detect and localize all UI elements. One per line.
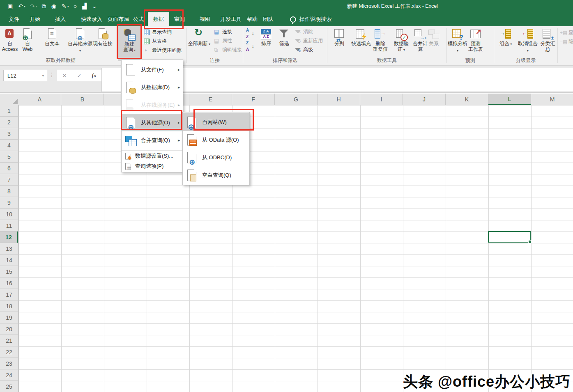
ribbon-button[interactable]: 组合: [494, 28, 518, 47]
qat-button[interactable]: ↷ ▾: [30, 3, 37, 9]
menu-item[interactable]: 合并查询(Q) ▸: [122, 131, 183, 149]
tab-data[interactable]: 数据: [148, 12, 169, 26]
column-header[interactable]: H: [318, 94, 360, 105]
column-header[interactable]: F: [232, 94, 275, 105]
menu-item[interactable]: 从文件(F) ▸: [122, 61, 183, 78]
qat-button[interactable]: ▟: [82, 3, 87, 9]
row-header[interactable]: 10: [0, 209, 18, 220]
column-header[interactable]: A: [18, 94, 61, 105]
ribbon-button[interactable]: 关系: [428, 28, 440, 46]
column-header[interactable]: K: [446, 94, 488, 105]
tab-developer[interactable]: 开发工具: [220, 12, 242, 26]
row-header[interactable]: 7: [0, 174, 18, 186]
qat-button[interactable]: ▣: [7, 3, 14, 9]
name-box[interactable]: L12 ▾: [3, 70, 47, 81]
column-header[interactable]: I: [360, 94, 403, 105]
ribbon-small-button[interactable]: 显示明细数据: [559, 28, 573, 37]
ribbon-button[interactable]: 数据验 证: [390, 28, 413, 53]
column-header[interactable]: L: [488, 94, 531, 105]
ribbon-small-button[interactable]: 最近使用的源: [142, 46, 183, 55]
qat-button[interactable]: ✎ ▾: [62, 3, 69, 9]
row-header[interactable]: 8: [0, 186, 18, 197]
ribbon-button[interactable]: 快速填充: [351, 28, 371, 46]
submenu-item[interactable]: 空白查询(Q): [183, 166, 249, 184]
row-header[interactable]: 19: [0, 312, 18, 323]
tab-team[interactable]: 团队: [263, 12, 274, 26]
row-header[interactable]: 17: [0, 289, 18, 300]
menu-item[interactable]: 从其他源(O) ▸: [122, 114, 183, 131]
row-header[interactable]: 11: [0, 220, 18, 232]
qat-button[interactable]: ⌄: [92, 3, 98, 9]
ribbon-small-button[interactable]: 从表格: [142, 37, 183, 46]
menu-item[interactable]: 从数据库(D) ▸: [122, 78, 183, 96]
ribbon-button[interactable]: 模拟分析: [447, 28, 468, 54]
ribbon-small-button[interactable]: 高级: [293, 46, 324, 54]
tab-quick-entry[interactable]: 快速录入: [76, 12, 108, 26]
ribbon-button[interactable]: 合并计算: [413, 28, 428, 52]
qat-button[interactable]: ○: [74, 3, 78, 9]
ribbon-button[interactable]: 排序: [257, 28, 275, 46]
tab-page-layout[interactable]: 页面布局: [108, 12, 129, 26]
tab-insert[interactable]: 插入: [45, 12, 76, 26]
qat-button[interactable]: ◉: [51, 3, 57, 9]
row-header[interactable]: 16: [0, 277, 18, 289]
row-header[interactable]: 5: [0, 151, 18, 163]
tab-help[interactable]: 帮助: [242, 12, 263, 26]
ribbon-button[interactable]: 现有连接: [93, 28, 113, 46]
row-header[interactable]: 6: [0, 163, 18, 174]
menu-item[interactable]: 数据源设置(S)...: [122, 150, 183, 161]
ribbon-button[interactable]: 自文本: [37, 28, 67, 46]
row-header[interactable]: 4: [0, 140, 18, 151]
ribbon-button[interactable]: 分列: [327, 28, 351, 46]
submenu-item[interactable]: 自网站(W): [183, 113, 249, 131]
ribbon-small-button[interactable]: 编辑链接: [212, 46, 243, 54]
refresh-all-button[interactable]: 全部刷新: [187, 28, 212, 47]
tab-view[interactable]: 视图: [190, 12, 220, 26]
column-header[interactable]: J: [403, 94, 446, 105]
ribbon-button[interactable]: 自 Access: [2, 28, 18, 52]
tab-file[interactable]: 文件: [3, 12, 25, 26]
row-header[interactable]: 3: [0, 128, 18, 140]
row-header[interactable]: 1: [0, 105, 18, 117]
menu-item[interactable]: 从在线服务(E) ▸: [122, 96, 183, 114]
qat-button[interactable]: ↶ ▾: [18, 3, 25, 9]
tab-home[interactable]: 开始: [25, 12, 45, 26]
sort-descending-icon[interactable]: Z A ↓: [245, 41, 255, 52]
tab-review[interactable]: 审阅: [169, 12, 190, 26]
row-header[interactable]: 18: [0, 300, 18, 312]
selected-cell-L12[interactable]: [488, 231, 531, 243]
new-query-button[interactable]: 新建 查询: [118, 26, 140, 61]
row-header[interactable]: 23: [0, 358, 18, 369]
column-header[interactable]: B: [61, 94, 104, 105]
qat-button[interactable]: ⧉: [42, 3, 47, 9]
ribbon-button[interactable]: 分类汇总: [538, 28, 557, 52]
row-header[interactable]: 2: [0, 117, 18, 128]
ribbon-button[interactable]: 自 Web: [18, 28, 37, 52]
tell-me-search[interactable]: 操作说明搜索: [290, 12, 331, 26]
enter-icon[interactable]: ✓: [77, 73, 82, 79]
name-box-dropdown-icon[interactable]: ▾: [42, 73, 47, 78]
row-header[interactable]: 13: [0, 243, 18, 254]
row-header[interactable]: 15: [0, 266, 18, 277]
cancel-icon[interactable]: ✕: [62, 73, 67, 79]
ribbon-button[interactable]: 预测 工作表: [468, 28, 483, 52]
row-header[interactable]: 21: [0, 335, 18, 346]
sheet-cells[interactable]: [18, 105, 573, 392]
ribbon-small-button[interactable]: 显示查询: [142, 28, 183, 37]
tab-formulas[interactable]: 公式: [129, 12, 148, 26]
row-header[interactable]: 20: [0, 323, 18, 335]
column-header[interactable]: M: [531, 94, 573, 105]
ribbon-button[interactable]: 筛选: [275, 28, 293, 46]
formula-bar-resize-handle[interactable]: ⋮: [49, 71, 55, 78]
column-header[interactable]: E: [189, 94, 232, 105]
submenu-item[interactable]: 从 OData 源(O): [183, 131, 249, 149]
ribbon-small-button[interactable]: 隐藏明细数据: [559, 37, 573, 46]
ribbon-small-button[interactable]: 清除: [293, 28, 324, 36]
column-header[interactable]: G: [275, 94, 318, 105]
row-header[interactable]: 22: [0, 346, 18, 358]
row-header[interactable]: 25: [0, 381, 18, 392]
ribbon-small-button[interactable]: 重新应用: [293, 37, 324, 45]
select-all-corner[interactable]: [0, 94, 19, 105]
menu-item[interactable]: 查询选项(P): [122, 161, 183, 171]
sort-ascending-icon[interactable]: A Z ↓: [245, 28, 255, 39]
